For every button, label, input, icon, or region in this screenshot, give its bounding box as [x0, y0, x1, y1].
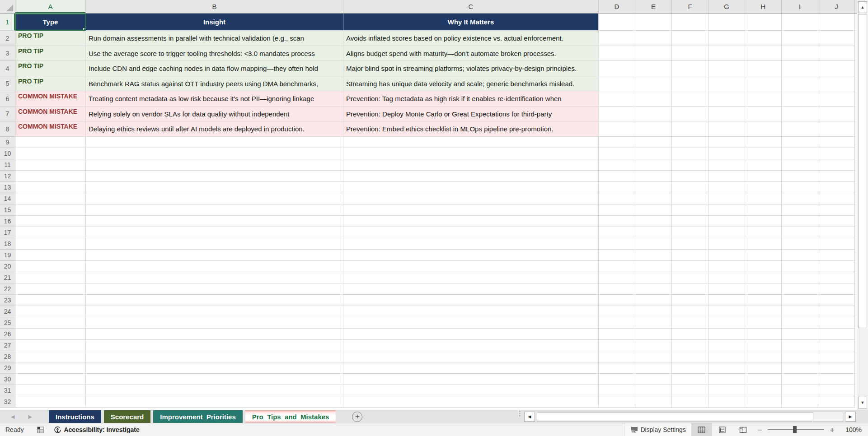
cell-D4[interactable]	[599, 61, 635, 76]
cell-E20[interactable]	[635, 261, 672, 272]
cell-D3[interactable]	[599, 46, 635, 61]
cell-A16[interactable]	[15, 216, 86, 227]
cell-A9[interactable]	[15, 137, 86, 148]
cell-H15[interactable]	[745, 204, 782, 216]
cell-H10[interactable]	[745, 148, 782, 159]
cell-B21[interactable]	[86, 272, 343, 283]
cell-B20[interactable]	[86, 261, 343, 272]
cell-A30[interactable]	[15, 374, 86, 385]
cell-C3[interactable]: Aligns budget spend with maturity—don't …	[343, 46, 599, 61]
cell-F19[interactable]	[672, 250, 708, 261]
cell-G27[interactable]	[708, 340, 745, 351]
cell-J19[interactable]	[818, 250, 855, 261]
cell-F9[interactable]	[672, 137, 708, 148]
cell-A29[interactable]	[15, 362, 86, 374]
sheet-tab-instructions[interactable]: Instructions	[49, 410, 101, 423]
cell-A10[interactable]	[15, 148, 86, 159]
cell-I23[interactable]	[782, 295, 818, 306]
cell-B23[interactable]	[86, 295, 343, 306]
cell-A23[interactable]	[15, 295, 86, 306]
cell-B19[interactable]	[86, 250, 343, 261]
cell-H5[interactable]	[745, 76, 782, 91]
cell-B2[interactable]: Run domain assessments in parallel with …	[86, 31, 343, 46]
cell-C19[interactable]	[343, 250, 599, 261]
cell-C22[interactable]	[343, 283, 599, 295]
cell-G29[interactable]	[708, 362, 745, 374]
row-header-31[interactable]: 31	[0, 385, 15, 396]
cell-J14[interactable]	[818, 193, 855, 204]
cell-B8[interactable]: Delaying ethics reviews until after AI m…	[86, 121, 343, 137]
cell-G8[interactable]	[708, 121, 745, 137]
cell-E10[interactable]	[635, 148, 672, 159]
cell-D9[interactable]	[599, 137, 635, 148]
cell-J18[interactable]	[818, 238, 855, 250]
cell-A8[interactable]: COMMON MISTAKE	[15, 121, 86, 137]
cell-I9[interactable]	[782, 137, 818, 148]
cell-B13[interactable]	[86, 182, 343, 193]
cell-D13[interactable]	[599, 182, 635, 193]
cell-A17[interactable]	[15, 227, 86, 238]
cell-B26[interactable]	[86, 329, 343, 340]
cell-A1[interactable]: Type	[15, 14, 86, 31]
row-header-28[interactable]: 28	[0, 351, 15, 362]
cell-J25[interactable]	[818, 317, 855, 329]
cell-H7[interactable]	[745, 107, 782, 121]
cell-J11[interactable]	[818, 159, 855, 171]
cell-B1[interactable]: Insight	[86, 14, 343, 31]
cell-A5[interactable]: PRO TIP	[15, 76, 86, 91]
cell-F13[interactable]	[672, 182, 708, 193]
col-header-D[interactable]: D	[599, 0, 635, 13]
cell-A20[interactable]	[15, 261, 86, 272]
cell-J2[interactable]	[818, 31, 855, 46]
cell-G12[interactable]	[708, 171, 745, 182]
cell-A31[interactable]	[15, 385, 86, 396]
cell-A15[interactable]	[15, 204, 86, 216]
cell-C17[interactable]	[343, 227, 599, 238]
col-header-J[interactable]: J	[818, 0, 855, 13]
cell-A27[interactable]	[15, 340, 86, 351]
cell-D17[interactable]	[599, 227, 635, 238]
cell-A12[interactable]	[15, 171, 86, 182]
cell-E32[interactable]	[635, 396, 672, 408]
cell-J23[interactable]	[818, 295, 855, 306]
cell-C32[interactable]	[343, 396, 599, 408]
cell-I11[interactable]	[782, 159, 818, 171]
cell-I18[interactable]	[782, 238, 818, 250]
cell-F27[interactable]	[672, 340, 708, 351]
cell-H3[interactable]	[745, 46, 782, 61]
cell-H9[interactable]	[745, 137, 782, 148]
cell-J31[interactable]	[818, 385, 855, 396]
scrollbar-resize-grip[interactable]: ⋮	[516, 412, 521, 415]
cell-I12[interactable]	[782, 171, 818, 182]
cell-H1[interactable]	[745, 14, 782, 31]
cell-I16[interactable]	[782, 216, 818, 227]
cell-J5[interactable]	[818, 76, 855, 91]
cell-G2[interactable]	[708, 31, 745, 46]
cell-F32[interactable]	[672, 396, 708, 408]
cell-I27[interactable]	[782, 340, 818, 351]
cell-I14[interactable]	[782, 193, 818, 204]
cell-I32[interactable]	[782, 396, 818, 408]
cell-C29[interactable]	[343, 362, 599, 374]
cell-G9[interactable]	[708, 137, 745, 148]
cell-G13[interactable]	[708, 182, 745, 193]
sheet-tab-pro-tips-and-mistakes[interactable]: Pro_Tips_and_Mistakes	[245, 410, 336, 423]
cell-J28[interactable]	[818, 351, 855, 362]
cell-F31[interactable]	[672, 385, 708, 396]
cell-I7[interactable]	[782, 107, 818, 121]
zoom-level[interactable]: 100%	[838, 426, 862, 433]
cell-C27[interactable]	[343, 340, 599, 351]
cell-G14[interactable]	[708, 193, 745, 204]
cell-J4[interactable]	[818, 61, 855, 76]
cell-A18[interactable]	[15, 238, 86, 250]
cell-B32[interactable]	[86, 396, 343, 408]
cell-H26[interactable]	[745, 329, 782, 340]
cell-C5[interactable]: Streaming has unique data velocity and s…	[343, 76, 599, 91]
cell-E19[interactable]	[635, 250, 672, 261]
cell-B10[interactable]	[86, 148, 343, 159]
cell-E23[interactable]	[635, 295, 672, 306]
cell-H31[interactable]	[745, 385, 782, 396]
cell-D8[interactable]	[599, 121, 635, 137]
cell-B31[interactable]	[86, 385, 343, 396]
prev-sheet-button[interactable]: ◀	[11, 414, 14, 420]
